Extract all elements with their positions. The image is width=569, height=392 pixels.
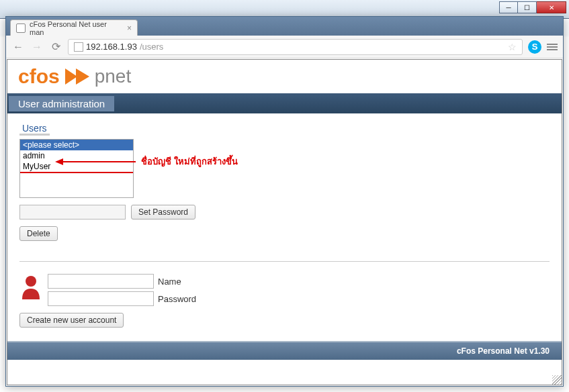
chrome-tab-strip: cFos Personal Net user man ×	[6, 17, 563, 19]
window-minimize-button[interactable]: ─	[499, 1, 518, 13]
window-maximize-button[interactable]: ☐	[518, 1, 537, 13]
chrome-browser-window: cFos Personal Net user man × ← → ⟳ 192.1…	[5, 16, 564, 19]
window-close-button[interactable]: ✕	[537, 1, 566, 13]
